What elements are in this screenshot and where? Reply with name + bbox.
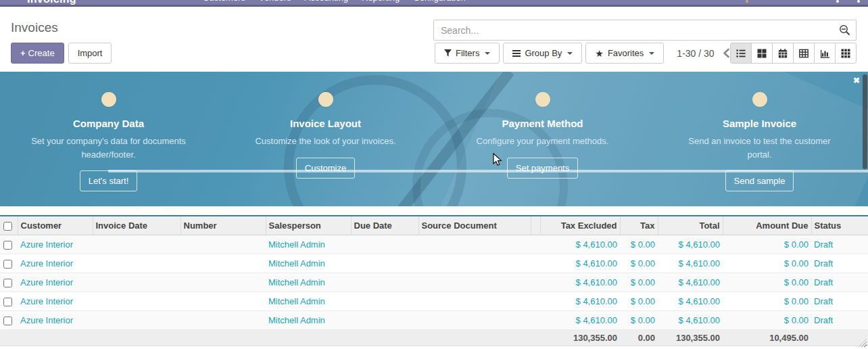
table-footer-row: 130,355.000.00130,355.0010,495.00 (0, 329, 868, 346)
footer-total-source_document (418, 329, 531, 346)
cell-tax: $ 0.00 (620, 235, 658, 254)
create-button[interactable]: +Create (11, 43, 64, 64)
invoice-row[interactable]: Azure InteriorMitchell Admin$ 4,610.00$ … (0, 273, 868, 292)
cell-total: $ 4,610.00 (658, 273, 723, 292)
step-description: Send an invoice to test the customer por… (682, 135, 838, 161)
footer-total-customer (18, 329, 93, 346)
row-checkbox[interactable] (3, 241, 12, 250)
row-checkbox-cell[interactable] (0, 254, 18, 273)
top-menu-item[interactable]: Reporting (362, 0, 400, 3)
search-input[interactable] (433, 20, 857, 41)
cell-salesperson: Mitchell Admin (266, 254, 351, 273)
cell-tax: $ 0.00 (620, 292, 658, 310)
onboarding-step: Sample Invoice Send an invoice to test t… (651, 72, 868, 206)
table-body: Azure InteriorMitchell Admin$ 4,610.00$ … (0, 235, 868, 329)
top-menu-item[interactable]: Customers (203, 0, 245, 3)
graph-view-button[interactable] (814, 43, 836, 64)
cell-customer: Azure Interior (18, 310, 93, 329)
step-action-button[interactable]: Customize (296, 158, 355, 179)
calendar-view-button[interactable] (772, 43, 794, 64)
list-view-button[interactable] (730, 43, 752, 64)
row-checkbox[interactable] (3, 260, 12, 269)
column-header-customer[interactable]: Customer (18, 216, 93, 235)
pivot-icon (799, 49, 809, 58)
cell-customer: Azure Interior (18, 273, 93, 292)
top-menu-item[interactable]: Accounting (305, 0, 348, 3)
app-name[interactable]: Invoicing (27, 0, 76, 5)
invoice-row[interactable]: Azure InteriorMitchell Admin$ 4,610.00$ … (0, 310, 868, 329)
activity-view-button[interactable] (835, 43, 857, 64)
cell-status: Draft (811, 310, 868, 329)
cell-invoice_date (93, 310, 180, 329)
step-action-button[interactable]: Let's start! (80, 170, 138, 191)
cell-amount_due: $ 0.00 (723, 310, 811, 329)
column-header-due_date[interactable]: Due Date (351, 216, 418, 235)
page-title: Invoices (11, 20, 58, 35)
row-checkbox[interactable] (3, 279, 12, 287)
select-all-checkbox[interactable] (3, 222, 12, 231)
column-header-number[interactable]: Number (180, 216, 266, 235)
favorites-button[interactable]: ★ Favorites (585, 43, 664, 64)
plus-icon: + (20, 48, 26, 58)
cell-number (180, 310, 266, 329)
search-icon[interactable] (839, 24, 850, 39)
vertical-scrollbar-thumb[interactable] (863, 74, 867, 169)
pivot-view-button[interactable] (793, 43, 815, 64)
invoice-row[interactable]: Azure InteriorMitchell Admin$ 4,610.00$ … (0, 292, 868, 310)
row-checkbox-cell[interactable] (0, 292, 18, 310)
onboarding-steps: Company Data Set your company's data for… (0, 72, 868, 206)
cell-status: Draft (811, 273, 868, 292)
row-checkbox-cell[interactable] (0, 235, 18, 254)
cell-amount_due: $ 0.00 (723, 254, 811, 273)
chevron-down-icon (485, 52, 490, 55)
group-by-button[interactable]: Group By (503, 43, 582, 64)
footer-total-total: 130,355.00 (658, 329, 723, 346)
row-checkbox-cell[interactable] (0, 273, 18, 292)
select-all-checkbox-cell[interactable] (0, 216, 18, 235)
navbar-activity-icon[interactable] (746, 0, 748, 3)
cell-invoice_date (93, 292, 180, 310)
column-header-tax_excluded[interactable]: Tax Excluded (540, 216, 620, 235)
cell-spacer (531, 310, 540, 329)
top-menu-items: CustomersVendorsAccountingReportingConfi… (203, 0, 466, 3)
grid-icon (841, 49, 850, 58)
import-button[interactable]: Import (68, 43, 112, 64)
cell-invoice_date (93, 235, 180, 254)
cell-status: Draft (811, 235, 868, 254)
invoice-row[interactable]: Azure InteriorMitchell Admin$ 4,610.00$ … (0, 235, 868, 254)
step-dot-icon (318, 92, 333, 107)
cell-tax_excluded: $ 4,610.00 (540, 292, 620, 310)
navbar-dropdown-icon[interactable] (857, 0, 860, 3)
column-header-invoice_date[interactable]: Invoice Date (93, 216, 180, 235)
cell-due_date (351, 310, 418, 329)
column-header-source_document[interactable]: Source Document (418, 216, 531, 235)
kanban-icon (757, 49, 767, 58)
star-icon: ★ (595, 49, 604, 58)
close-icon[interactable]: ✖ (853, 76, 860, 85)
cell-amount_due: $ 0.00 (723, 235, 811, 254)
cell-number (180, 235, 266, 254)
column-header-salesperson[interactable]: Salesperson (266, 216, 351, 235)
column-header-amount_due[interactable]: Amount Due (723, 216, 811, 235)
mouse-cursor (493, 153, 502, 166)
top-menu-item[interactable]: Vendors (259, 0, 291, 3)
column-header-tax[interactable]: Tax (620, 216, 658, 235)
filters-button[interactable]: Filters (435, 43, 500, 64)
top-menu-item[interactable]: Configuration (413, 0, 465, 3)
row-checkbox[interactable] (3, 298, 12, 306)
navbar-user-menu-icon[interactable] (836, 0, 839, 3)
list-icon (736, 49, 746, 58)
kanban-view-button[interactable] (751, 43, 773, 64)
cell-tax: $ 0.00 (620, 254, 658, 273)
row-checkbox[interactable] (3, 317, 12, 325)
column-header-total[interactable]: Total (658, 216, 723, 235)
invoice-row[interactable]: Azure InteriorMitchell Admin$ 4,610.00$ … (0, 254, 868, 273)
row-checkbox-cell[interactable] (0, 310, 18, 329)
footer-total-number (180, 329, 266, 346)
step-title: Payment Method (502, 118, 583, 129)
column-header-status[interactable]: Status (811, 216, 868, 235)
step-action-button[interactable]: Send sample (725, 170, 794, 191)
step-action-button[interactable]: Set payments (507, 158, 579, 179)
cell-due_date (351, 235, 418, 254)
cell-spacer (531, 235, 540, 254)
